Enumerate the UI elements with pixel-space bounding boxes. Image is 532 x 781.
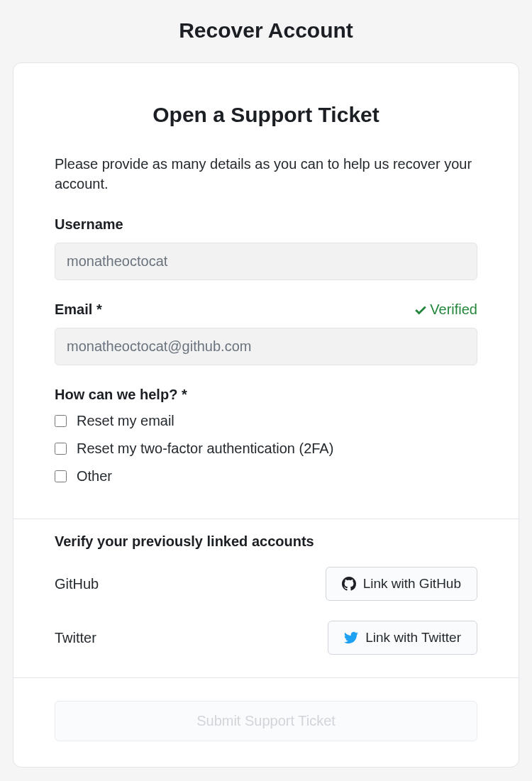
check-icon — [414, 304, 427, 316]
username-field-group: Username — [55, 216, 477, 280]
link-twitter-button[interactable]: Link with Twitter — [328, 621, 477, 655]
email-label: Email * — [55, 301, 102, 318]
checkbox-label-reset-email: Reset my email — [77, 413, 174, 429]
email-field-group: Email * Verified — [55, 301, 477, 365]
verified-badge: Verified — [414, 301, 477, 318]
submit-button[interactable]: Submit Support Ticket — [55, 701, 477, 741]
checkbox-label-reset-2fa: Reset my two-factor authentication (2FA) — [77, 441, 333, 457]
submit-section: Submit Support Ticket — [13, 678, 519, 767]
linked-accounts-section: Verify your previously linked accounts G… — [13, 519, 519, 677]
help-option-reset-email[interactable]: Reset my email — [55, 413, 477, 429]
checkbox-other[interactable] — [55, 470, 67, 482]
verified-text: Verified — [430, 301, 477, 318]
linked-label-github: GitHub — [55, 576, 99, 592]
help-option-other[interactable]: Other — [55, 468, 477, 484]
page-title: Recover Account — [0, 0, 532, 62]
linked-label-twitter: Twitter — [55, 630, 96, 646]
help-section: How can we help? * Reset my email Reset … — [55, 387, 477, 484]
link-github-button[interactable]: Link with GitHub — [326, 567, 477, 601]
linked-row-twitter: Twitter Link with Twitter — [55, 621, 477, 655]
checkbox-reset-2fa[interactable] — [55, 443, 67, 455]
linked-row-github: GitHub Link with GitHub — [55, 567, 477, 601]
help-option-reset-2fa[interactable]: Reset my two-factor authentication (2FA) — [55, 441, 477, 457]
support-ticket-card: Open a Support Ticket Please provide as … — [13, 62, 519, 768]
link-github-button-label: Link with GitHub — [363, 576, 461, 592]
linked-accounts-title: Verify your previously linked accounts — [55, 533, 477, 550]
username-input[interactable] — [55, 243, 477, 280]
twitter-icon — [344, 631, 358, 645]
checkbox-label-other: Other — [77, 468, 112, 484]
checkbox-reset-email[interactable] — [55, 415, 67, 427]
intro-text: Please provide as many details as you ca… — [55, 154, 477, 194]
github-icon — [342, 577, 356, 591]
help-label: How can we help? * — [55, 387, 477, 403]
email-input[interactable] — [55, 328, 477, 365]
card-title: Open a Support Ticket — [55, 103, 477, 127]
link-twitter-button-label: Link with Twitter — [365, 630, 461, 646]
username-label: Username — [55, 216, 123, 233]
